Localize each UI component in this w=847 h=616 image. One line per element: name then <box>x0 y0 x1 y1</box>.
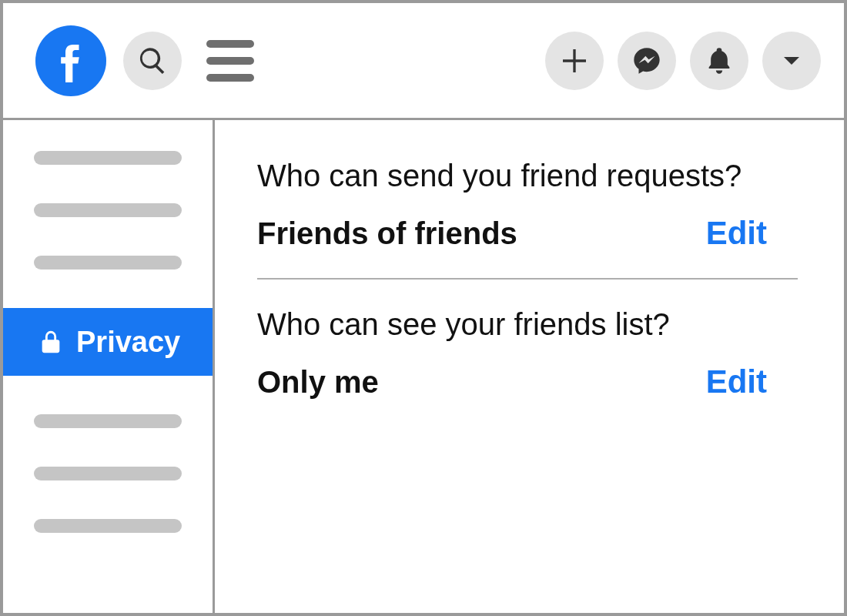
sidebar-item-placeholder[interactable] <box>34 203 182 217</box>
sidebar-item-placeholder[interactable] <box>34 414 182 428</box>
menu-button[interactable] <box>206 40 254 82</box>
notifications-button[interactable] <box>690 32 748 90</box>
plus-icon <box>559 45 590 76</box>
search-button[interactable] <box>123 32 182 90</box>
setting-value-line: Only me Edit <box>257 363 798 400</box>
top-header <box>3 3 844 120</box>
search-icon <box>137 45 168 76</box>
main-content: Who can send you friend requests? Friend… <box>215 120 844 613</box>
app-window: Privacy Who can send you friend requests… <box>0 0 847 616</box>
sidebar-item-placeholder[interactable] <box>34 256 182 270</box>
body: Privacy Who can send you friend requests… <box>3 120 844 613</box>
caret-down-icon <box>776 45 807 76</box>
sidebar-item-placeholder[interactable] <box>34 151 182 165</box>
sidebar-item-privacy[interactable]: Privacy <box>3 308 213 376</box>
messenger-button[interactable] <box>618 32 676 90</box>
setting-row: Who can see your friends list? Only me E… <box>257 307 798 424</box>
hamburger-bar <box>206 40 254 48</box>
edit-link[interactable]: Edit <box>706 215 767 252</box>
header-right <box>545 32 821 90</box>
header-left <box>35 25 254 96</box>
setting-value: Friends of friends <box>257 216 517 251</box>
facebook-f-icon <box>49 39 92 82</box>
facebook-logo[interactable] <box>35 25 106 96</box>
edit-link[interactable]: Edit <box>706 363 767 400</box>
divider <box>257 278 798 280</box>
hamburger-bar <box>206 57 254 65</box>
sidebar-item-label: Privacy <box>76 326 180 359</box>
messenger-icon <box>631 45 662 76</box>
setting-row: Who can send you friend requests? Friend… <box>257 159 798 275</box>
setting-value-line: Friends of friends Edit <box>257 215 798 252</box>
sidebar-item-placeholder[interactable] <box>34 467 182 480</box>
sidebar-item-placeholder[interactable] <box>34 519 182 533</box>
hamburger-bar <box>206 74 254 82</box>
setting-value: Only me <box>257 365 379 400</box>
account-dropdown-button[interactable] <box>762 32 821 90</box>
lock-icon <box>38 329 64 355</box>
setting-question: Who can send you friend requests? <box>257 159 798 193</box>
sidebar: Privacy <box>3 120 215 613</box>
setting-question: Who can see your friends list? <box>257 307 798 342</box>
bell-icon <box>704 45 735 76</box>
create-button[interactable] <box>545 32 604 90</box>
